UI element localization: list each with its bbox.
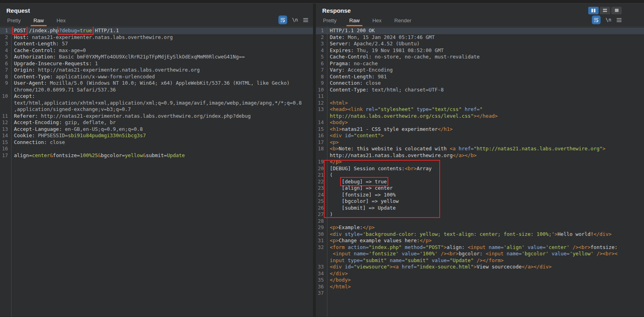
code-text[interactable]: </html> bbox=[327, 284, 351, 290]
code-text[interactable]: <head><link rel="stylesheet" type="text/… bbox=[327, 106, 483, 113]
code-text[interactable]: http://natas21.natas.labs.overthewire.or… bbox=[327, 152, 477, 159]
code-text[interactable] bbox=[327, 290, 330, 297]
code-line[interactable]: 1HTTP/1.1 200 OK bbox=[316, 27, 644, 34]
code-line[interactable]: 5Authorization: Basic bmF0YXMyMTo4OU9Xcl… bbox=[0, 54, 313, 60]
code-text[interactable]: Content-Length: 57 bbox=[11, 41, 68, 47]
code-line[interactable]: 14<body> bbox=[316, 119, 644, 126]
code-text[interactable]: <p> bbox=[327, 139, 339, 146]
code-text[interactable]: </div> bbox=[327, 270, 348, 277]
code-text[interactable]: Date: Mon, 15 Jan 2024 05:17:46 GMT bbox=[327, 34, 435, 41]
code-text[interactable]: HTTP/1.1 200 OK bbox=[327, 27, 375, 34]
response-editor[interactable]: 1HTTP/1.1 200 OK2Date: Mon, 15 Jan 2024 … bbox=[316, 27, 644, 317]
code-line[interactable]: http://natas.labs.overthewire.org/css/le… bbox=[316, 113, 644, 120]
code-text[interactable]: Expires: Thu, 19 Nov 1981 08:52:00 GMT bbox=[327, 47, 444, 54]
tab-hex[interactable]: Hex bbox=[56, 18, 67, 26]
code-line[interactable]: 10Content-Type: text/html; charset=UTF-8 bbox=[316, 87, 644, 93]
code-text[interactable]: Origin: http://natas21-experimenter.nata… bbox=[11, 67, 200, 74]
code-text[interactable]: Accept-Language: en-GB,en-US;q=0.9,en;q=… bbox=[11, 126, 143, 133]
code-line[interactable]: 10Accept: bbox=[0, 93, 313, 100]
menu-icon[interactable] bbox=[617, 18, 622, 22]
code-text[interactable]: align=center&fontsize=100%25&bgcolor=yel… bbox=[11, 152, 185, 159]
menu-icon[interactable] bbox=[303, 18, 308, 22]
code-text[interactable]: [align] => center bbox=[327, 185, 393, 192]
code-line[interactable]: 16<div id="content"> bbox=[316, 132, 644, 139]
code-text[interactable]: ,application/signed-exchange;v=b3;q=0.7 bbox=[11, 106, 131, 113]
word-wrap-icon[interactable] bbox=[278, 16, 287, 24]
code-text[interactable]: input type="submit" name="submit" value=… bbox=[327, 257, 504, 264]
word-wrap-icon[interactable] bbox=[592, 16, 601, 24]
code-text[interactable]: [debug] => true bbox=[327, 179, 387, 185]
code-line[interactable]: 35</body> bbox=[316, 277, 644, 284]
code-line[interactable]: <input name='fontsize' value='100%' /><b… bbox=[316, 251, 644, 257]
code-text[interactable]: Accept-Encoding: gzip, deflate, br bbox=[11, 119, 116, 126]
code-line[interactable]: 33<div id="viewsource"><a href="index-so… bbox=[316, 264, 644, 270]
code-text[interactable]: </body> bbox=[327, 277, 351, 284]
code-line[interactable]: 29<p>Example:</p> bbox=[316, 224, 644, 231]
code-text[interactable]: Server: Apache/2.4.52 (Ubuntu) bbox=[327, 41, 420, 47]
code-text[interactable]: Host: natas21-experimenter.natas.labs.ov… bbox=[11, 34, 173, 41]
code-text[interactable]: Cache-Control: no-store, no-cache, must-… bbox=[327, 54, 480, 60]
code-line[interactable]: 28 bbox=[316, 218, 644, 225]
code-text[interactable]: <form action="index.php" method="POST">a… bbox=[327, 244, 618, 251]
code-text[interactable]: Connection: close bbox=[327, 80, 381, 87]
tab-hex[interactable]: Hex bbox=[372, 18, 382, 26]
code-text[interactable]: <div id="content"> bbox=[327, 132, 384, 139]
code-line[interactable]: 17<p> bbox=[316, 139, 644, 146]
code-text[interactable]: ( bbox=[327, 172, 333, 179]
code-line[interactable]: 2Host: natas21-experimenter.natas.labs.o… bbox=[0, 34, 313, 41]
code-text[interactable]: <b>Note: this website is colocated with … bbox=[327, 146, 605, 152]
code-line[interactable]: 26 [submit] => Update bbox=[316, 205, 644, 212]
code-line[interactable]: 2Date: Mon, 15 Jan 2024 05:17:46 GMT bbox=[316, 34, 644, 41]
code-text[interactable]: Vary: Accept-Encoding bbox=[327, 67, 393, 74]
code-text[interactable]: Content-Type: text/html; charset=UTF-8 bbox=[327, 87, 444, 93]
single-view-button[interactable] bbox=[611, 7, 622, 14]
request-editor[interactable]: 1POST /index.php?debug=true HTTP/1.12Hos… bbox=[0, 27, 313, 317]
code-line[interactable]: 36</html> bbox=[316, 284, 644, 290]
panel-splitter[interactable] bbox=[313, 4, 316, 317]
code-line[interactable]: 13Accept-Language: en-GB,en-US;q=0.9,en;… bbox=[0, 126, 313, 133]
code-text[interactable]: text/html,application/xhtml+xml,applicat… bbox=[11, 100, 301, 107]
code-line[interactable]: 24 [fontsize] => 100% bbox=[316, 192, 644, 198]
code-line[interactable]: 4Cache-Control: max-age=0 bbox=[0, 47, 313, 54]
code-line[interactable]: 1POST /index.php?debug=true HTTP/1.1 bbox=[0, 27, 313, 34]
code-text[interactable]: <html> bbox=[327, 100, 348, 107]
code-text[interactable]: POST /index.php?debug=true HTTP/1.1 bbox=[11, 27, 119, 34]
code-line[interactable]: 9User-Agent: Mozilla/5.0 (Windows NT 10.… bbox=[0, 80, 313, 87]
code-text[interactable]: Content-Type: application/x-www-form-url… bbox=[11, 74, 155, 80]
code-text[interactable]: <div style='background-color: yellow; te… bbox=[327, 231, 611, 238]
code-line[interactable]: 8Content-Type: application/x-www-form-ur… bbox=[0, 74, 313, 80]
code-line[interactable]: 31<p>Change example values here:</p> bbox=[316, 237, 644, 244]
split-columns-button[interactable] bbox=[588, 7, 599, 14]
tab-pretty[interactable]: Pretty bbox=[322, 18, 337, 26]
code-line[interactable]: 16 bbox=[0, 146, 313, 152]
code-line[interactable]: 7Origin: http://natas21-experimenter.nat… bbox=[0, 67, 313, 74]
code-line[interactable]: 8Content-Length: 981 bbox=[316, 74, 644, 80]
code-text[interactable]: [bgcolor] => yellow bbox=[327, 198, 399, 205]
code-line[interactable]: 7Vary: Accept-Encoding bbox=[316, 67, 644, 74]
code-text[interactable] bbox=[327, 218, 330, 225]
code-line[interactable]: 30<div style='background-color: yellow; … bbox=[316, 231, 644, 238]
code-text[interactable]: Upgrade-Insecure-Requests: 1 bbox=[11, 60, 98, 67]
code-line[interactable]: 37 bbox=[316, 290, 644, 297]
split-rows-button[interactable] bbox=[600, 7, 610, 14]
tab-render[interactable]: Render bbox=[393, 18, 412, 26]
code-text[interactable]: User-Agent: Mozilla/5.0 (Windows NT 10.0… bbox=[11, 80, 290, 87]
code-line[interactable]: 18<b>Note: this website is colocated wit… bbox=[316, 146, 644, 152]
code-line[interactable]: 5Cache-Control: no-store, no-cache, must… bbox=[316, 54, 644, 60]
code-text[interactable]: Authorization: Basic bmF0YXMyMTo4OU9XclR… bbox=[11, 54, 245, 60]
code-line[interactable]: 11Referer: http://natas21-experimenter.n… bbox=[0, 113, 313, 120]
code-line[interactable]: 9Connection: close bbox=[316, 80, 644, 87]
code-text[interactable]: [submit] => Update bbox=[327, 205, 396, 212]
code-line[interactable]: 6Pragma: no-cache bbox=[316, 60, 644, 67]
code-text[interactable]: Pragma: no-cache bbox=[327, 60, 378, 67]
code-text[interactable]: Accept: bbox=[11, 93, 35, 100]
code-text[interactable]: ) bbox=[327, 211, 333, 218]
code-text[interactable] bbox=[11, 146, 14, 152]
code-text[interactable]: <input name='fontsize' value='100%' /><b… bbox=[327, 251, 618, 257]
code-line[interactable]: 17align=center&fontsize=100%25&bgcolor=y… bbox=[0, 152, 313, 159]
code-line[interactable]: 15Connection: close bbox=[0, 139, 313, 146]
code-line[interactable]: 34</div> bbox=[316, 270, 644, 277]
code-line[interactable]: 12<html> bbox=[316, 100, 644, 107]
code-text[interactable]: <div id="viewsource"><a href="index-sour… bbox=[327, 264, 552, 270]
code-line[interactable]: 3Server: Apache/2.4.52 (Ubuntu) bbox=[316, 41, 644, 47]
